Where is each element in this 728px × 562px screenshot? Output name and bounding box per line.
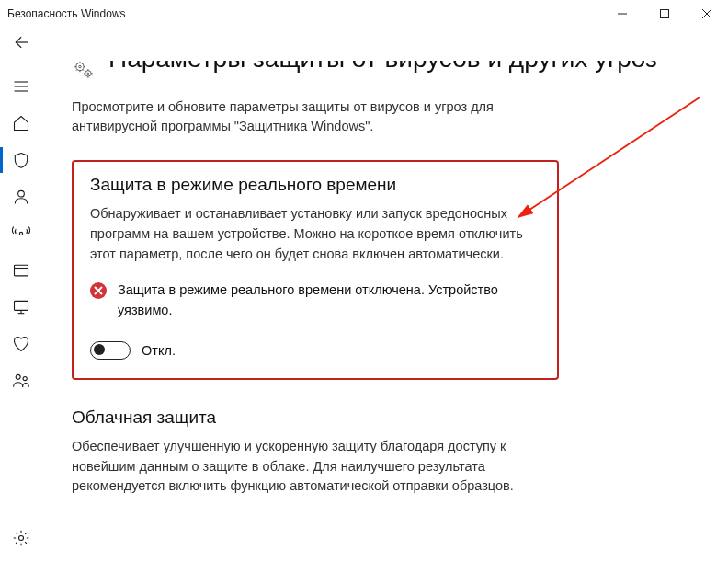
svg-rect-10 <box>15 265 28 276</box>
sidebar-item-app-browser[interactable] <box>0 252 42 289</box>
sidebar-item-home[interactable] <box>0 105 42 142</box>
realtime-alert-text: Защита в режиме реального времени отключ… <box>118 281 540 321</box>
window-title: Безопасность Windows <box>7 7 601 20</box>
realtime-title: Защита в режиме реального времени <box>90 175 540 195</box>
page-subtitle: Просмотрите и обновите параметры защиты … <box>72 97 550 136</box>
svg-point-20 <box>85 71 92 77</box>
svg-rect-1 <box>661 10 669 18</box>
realtime-description: Обнаруживает и останавливает установку и… <box>90 204 540 264</box>
svg-point-19 <box>79 65 81 67</box>
sidebar-item-device-security[interactable] <box>0 289 42 326</box>
realtime-alert: Защита в режиме реального времени отключ… <box>90 281 540 321</box>
page-header: Параметры защиты от вирусов и других угр… <box>72 61 691 85</box>
svg-point-16 <box>23 376 27 380</box>
settings-gears-icon <box>72 61 96 85</box>
sidebar-item-firewall[interactable] <box>0 215 42 252</box>
realtime-toggle-label: Откл. <box>142 343 176 358</box>
maximize-button[interactable] <box>643 0 686 28</box>
hamburger-menu[interactable] <box>0 68 42 105</box>
cloud-protection-section: Облачная защита Обеспечивает улучшенную … <box>72 407 559 497</box>
back-row <box>0 28 728 61</box>
svg-point-15 <box>16 374 20 379</box>
svg-point-21 <box>87 73 89 75</box>
minimize-button[interactable] <box>601 0 643 28</box>
back-button[interactable] <box>13 33 31 55</box>
sidebar-item-virus-protection[interactable] <box>0 142 42 178</box>
svg-point-9 <box>19 232 22 235</box>
svg-rect-12 <box>15 301 28 310</box>
svg-point-17 <box>19 536 24 541</box>
content-area: Параметры защиты от вирусов и других угр… <box>42 61 728 562</box>
realtime-protection-section: Защита в режиме реального времени Обнару… <box>72 160 559 380</box>
close-button[interactable] <box>686 0 728 28</box>
cloud-title: Облачная защита <box>72 407 559 428</box>
sidebar <box>0 61 42 562</box>
titlebar: Безопасность Windows <box>0 0 728 28</box>
sidebar-item-family[interactable] <box>0 362 42 399</box>
page-title: Параметры защиты от вирусов и других угр… <box>108 61 657 75</box>
cloud-description: Обеспечивает улучшенную и ускоренную защ… <box>72 437 559 497</box>
sidebar-item-device-health[interactable] <box>0 326 42 362</box>
realtime-toggle-row: Откл. <box>90 341 540 360</box>
svg-point-8 <box>18 190 25 197</box>
realtime-toggle[interactable] <box>90 341 131 360</box>
sidebar-item-account[interactable] <box>0 178 42 215</box>
sidebar-item-settings[interactable] <box>0 520 42 556</box>
window-controls <box>601 0 728 28</box>
error-icon <box>90 282 107 299</box>
